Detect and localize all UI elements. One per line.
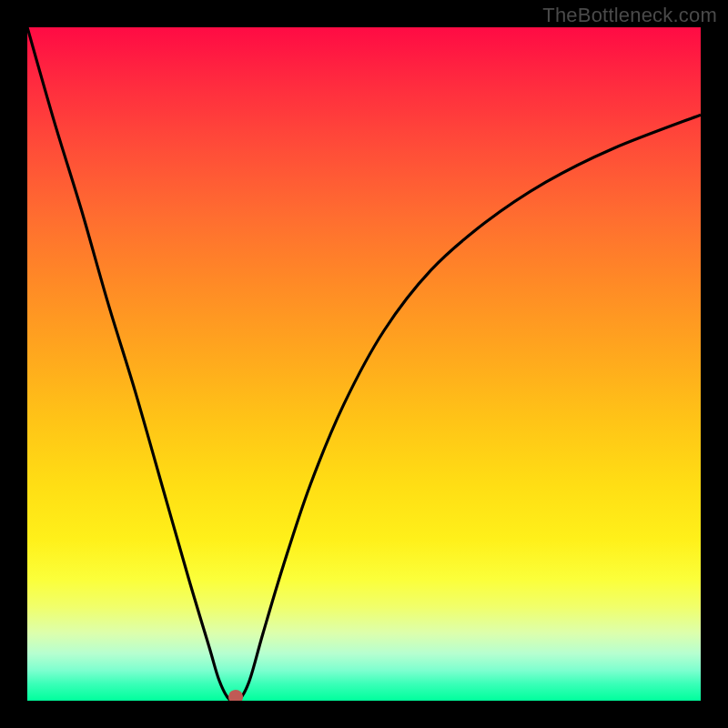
chart-root: TheBottleneck.com	[0, 0, 728, 728]
plot-area	[27, 27, 701, 701]
bottleneck-curve	[27, 27, 701, 701]
watermark-text: TheBottleneck.com	[542, 4, 717, 27]
curve-path	[27, 27, 701, 701]
optimum-marker-dot	[228, 690, 243, 701]
